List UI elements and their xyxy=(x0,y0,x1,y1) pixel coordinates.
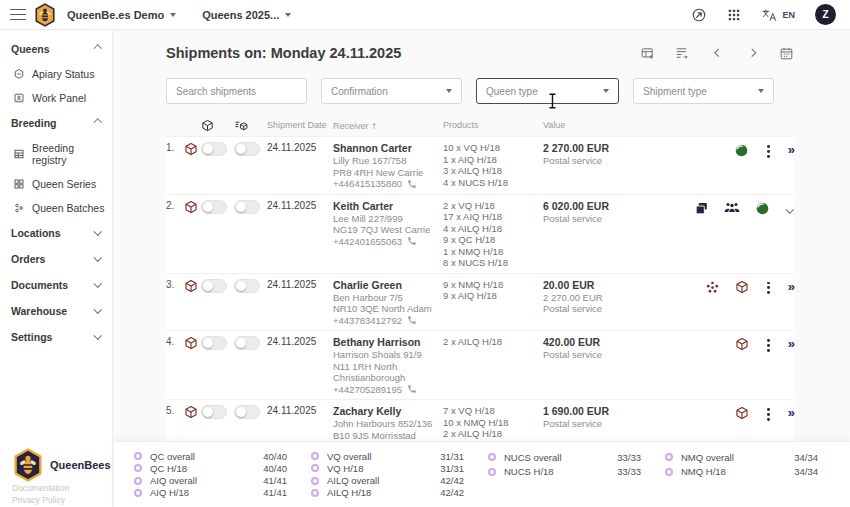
shipment-value: 20.00 EUR xyxy=(543,279,676,292)
receiver-address-2: B10 9JS Morrisstad xyxy=(333,430,443,442)
search-input[interactable] xyxy=(176,86,297,97)
receiver-phone: +443783412792 xyxy=(333,315,402,327)
sidebar-section-queens[interactable]: Queens xyxy=(0,36,112,62)
summary-item: QC overall40/40 xyxy=(134,450,287,462)
calendar-icon[interactable] xyxy=(779,46,794,61)
sidebar-section-orders[interactable]: Orders xyxy=(0,246,112,272)
queen-type-filter[interactable]: Queen type xyxy=(476,78,619,104)
package-toggle[interactable] xyxy=(201,279,227,293)
green-package-icon xyxy=(755,201,770,216)
export-notes-icon[interactable] xyxy=(674,46,689,61)
progress-ring-icon xyxy=(134,464,142,472)
product-line: 9 x QC H/18 xyxy=(443,234,543,246)
collapse-row-icon[interactable] xyxy=(785,201,795,220)
chevron-left-icon[interactable] xyxy=(715,49,723,57)
phone-icon[interactable] xyxy=(407,179,417,189)
products-list: 2 x VQ H/1817 x AIQ H/184 x AILQ H/189 x… xyxy=(443,200,543,269)
progress-ring-icon xyxy=(488,453,496,461)
packing-list-toggle[interactable] xyxy=(234,142,260,156)
chevron-right-icon[interactable] xyxy=(747,49,755,57)
open-details-icon[interactable]: » xyxy=(788,337,794,350)
org-name: QueenBe.es Demo xyxy=(67,9,164,21)
row-menu-icon[interactable] xyxy=(764,143,773,160)
sidebar-section-documents[interactable]: Documents xyxy=(0,272,112,298)
summary-value: 31/31 xyxy=(440,451,464,462)
phone-icon[interactable] xyxy=(407,315,417,325)
row-actions xyxy=(676,200,794,220)
receiver-phone: +446415135880 xyxy=(333,178,402,190)
package-toggle[interactable] xyxy=(201,336,227,350)
hamburger-menu-icon[interactable] xyxy=(10,9,26,21)
confirmation-filter[interactable]: Confirmation xyxy=(321,78,462,104)
sort-ascending-icon: ↑ xyxy=(372,120,377,131)
chevron-down-icon xyxy=(93,306,101,314)
packing-list-toggle[interactable] xyxy=(234,200,260,214)
product-line: 9 x AIQ H/18 xyxy=(443,290,543,302)
queenbees-footer-logo xyxy=(12,448,44,482)
column-shipment-date[interactable]: Shipment Date xyxy=(267,120,333,130)
value-line: Postal service xyxy=(543,155,676,167)
summary-value: 40/40 xyxy=(263,463,287,474)
packing-list-toggle[interactable] xyxy=(234,405,260,419)
sidebar-section-label: Documents xyxy=(11,279,68,291)
column-receiver[interactable]: Receiver↑ xyxy=(333,120,443,131)
sidebar-item-label: Breeding registry xyxy=(32,142,106,166)
row-number: 3. xyxy=(166,279,184,290)
sidebar-item-work-panel[interactable]: Work Panel xyxy=(0,86,112,110)
chevron-down-icon xyxy=(758,89,764,93)
phone-icon[interactable] xyxy=(407,236,417,246)
documentation-link[interactable]: Documentation xyxy=(12,482,102,494)
org-switcher[interactable]: QueenBe.es Demo xyxy=(67,9,176,21)
row-menu-icon[interactable] xyxy=(764,337,773,354)
packing-list-toggle[interactable] xyxy=(234,279,260,293)
sidebar-item-breeding-registry[interactable]: Breeding registry xyxy=(0,136,112,172)
sidebar-item-queen-batches[interactable]: Queen Batches xyxy=(0,196,112,220)
open-details-icon[interactable]: » xyxy=(788,280,794,293)
privacy-policy-link[interactable]: Privacy Policy xyxy=(12,494,102,506)
progress-ring-icon xyxy=(311,477,319,485)
sidebar-section-breeding[interactable]: Breeding xyxy=(0,110,112,136)
sidebar-section-warehouse[interactable]: Warehouse xyxy=(0,298,112,324)
row-actions: » xyxy=(676,405,794,423)
phone-icon[interactable] xyxy=(407,384,417,394)
sidebar-section-settings[interactable]: Settings xyxy=(0,324,112,350)
row-actions: » xyxy=(676,336,794,354)
column-products[interactable]: Products xyxy=(443,120,543,130)
package-toggle[interactable] xyxy=(201,142,227,156)
search-shipments-box xyxy=(166,78,307,104)
receiver-phone: +442401655063 xyxy=(333,236,402,248)
row-menu-icon[interactable] xyxy=(764,406,773,423)
cluster-icon xyxy=(705,280,720,295)
row-menu-icon[interactable] xyxy=(764,280,773,297)
summary-label: AILQ overall xyxy=(327,475,379,486)
summary-value: 41/41 xyxy=(263,487,287,498)
goals-icon[interactable] xyxy=(691,7,707,23)
open-details-icon[interactable]: » xyxy=(788,406,794,419)
table-add-icon[interactable] xyxy=(640,46,655,61)
progress-ring-icon xyxy=(134,489,142,497)
row-actions: » xyxy=(676,142,794,160)
shipments-table: Shipment Date Receiver↑ Products Value 1… xyxy=(166,114,794,471)
sidebar-item-apiary-status[interactable]: Apiary Status xyxy=(0,62,112,86)
queen-series-icon xyxy=(13,178,25,190)
shipment-package-icon xyxy=(184,279,201,293)
column-value[interactable]: Value xyxy=(543,120,676,130)
product-line: 10 x VQ H/18 xyxy=(443,142,543,154)
shipment-type-filter[interactable]: Shipment type xyxy=(633,78,774,104)
avatar[interactable]: Z xyxy=(815,4,836,25)
apps-grid-icon[interactable] xyxy=(727,8,741,22)
products-list: 9 x NMQ H/189 x AIQ H/18 xyxy=(443,279,543,302)
sidebar-section-label: Orders xyxy=(11,253,45,265)
package-toggle[interactable] xyxy=(201,405,227,419)
packing-list-toggle[interactable] xyxy=(234,336,260,350)
receiver-address-2: PR8 4RH New Carrie xyxy=(333,167,443,179)
sidebar-item-label: Apiary Status xyxy=(32,68,94,80)
workspace-switcher[interactable]: Queens 2025... xyxy=(202,9,291,21)
package-toggle[interactable] xyxy=(201,200,227,214)
language-selector[interactable]: EN xyxy=(761,8,795,22)
shipment-date: 24.11.2025 xyxy=(267,336,333,347)
open-details-icon[interactable]: » xyxy=(788,143,794,156)
sidebar-section-locations[interactable]: Locations xyxy=(0,220,112,246)
sidebar-item-queen-series[interactable]: Queen Series xyxy=(0,172,112,196)
receiver-address-1: Lee Mill 227/999 xyxy=(333,213,443,225)
